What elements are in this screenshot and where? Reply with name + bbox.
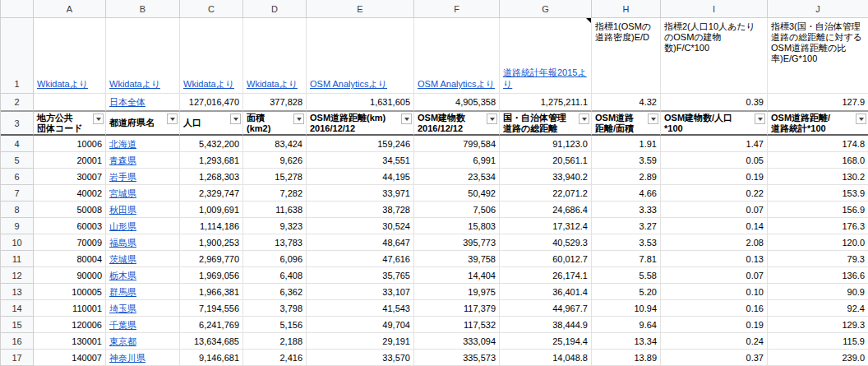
- cell-bldg-ratio[interactable]: 0.07: [661, 267, 768, 284]
- prefecture-link[interactable]: 埼玉県: [109, 303, 136, 314]
- source-link-osm-analytics-f[interactable]: OSM Analyticsより: [418, 78, 495, 90]
- cell-density[interactable]: 3.53: [592, 234, 661, 251]
- cell-gov-road[interactable]: 91,123.0: [500, 136, 592, 152]
- row-number[interactable]: 4: [1, 136, 34, 152]
- cell-code[interactable]: 10006: [34, 136, 106, 152]
- cell-osm-road[interactable]: 33,570: [307, 350, 414, 366]
- cell-gov-road[interactable]: 44,967.7: [500, 300, 592, 317]
- cell-road-ratio[interactable]: 92.4: [768, 300, 868, 317]
- source-link-osm-analytics-e[interactable]: OSM Analyticsより: [310, 78, 387, 90]
- prefecture-link[interactable]: 東京都: [109, 336, 136, 347]
- cell-gov-road[interactable]: 25,194.4: [500, 333, 592, 350]
- cell-code[interactable]: 30007: [34, 169, 106, 185]
- cell-gov-road[interactable]: 20,561.1: [500, 152, 592, 169]
- cell-code[interactable]: 20001: [34, 152, 106, 169]
- cell-osm-buildings[interactable]: 395,773: [414, 234, 500, 251]
- cell-gov-road[interactable]: 38,444.9: [500, 317, 592, 333]
- cell-osm-buildings[interactable]: 19,975: [414, 284, 500, 300]
- prefecture-link[interactable]: 青森県: [109, 155, 136, 166]
- header-cell-population[interactable]: 人口: [180, 112, 243, 136]
- cell-area[interactable]: 11,638: [243, 202, 307, 218]
- cell-density[interactable]: 3.33: [592, 202, 661, 218]
- cell-density[interactable]: 13.89: [592, 350, 661, 366]
- cell-osm-buildings[interactable]: 15,803: [414, 218, 500, 234]
- filter-button[interactable]: [93, 114, 104, 124]
- filter-button[interactable]: [579, 114, 589, 124]
- row-number[interactable]: 8: [1, 202, 34, 218]
- header-cell-density[interactable]: OSM道路 距離/面積: [592, 112, 661, 136]
- column-header-d[interactable]: D: [243, 0, 307, 18]
- japan-total-link[interactable]: 日本全体: [109, 96, 145, 108]
- cell-code[interactable]: 60003: [34, 218, 106, 234]
- cell-area[interactable]: 2,416: [243, 350, 307, 366]
- prefecture-link[interactable]: 北海道: [109, 138, 136, 150]
- filter-button[interactable]: [401, 114, 412, 124]
- filter-button[interactable]: [487, 114, 497, 124]
- cell-gov-road[interactable]: 33,940.2: [500, 169, 592, 185]
- cell-area[interactable]: 9,626: [243, 152, 307, 169]
- cell-population[interactable]: 2,329,747: [180, 185, 243, 202]
- cell-f2-osm-buildings[interactable]: 4,905,358: [414, 94, 500, 112]
- cell-density[interactable]: 3.59: [592, 152, 661, 169]
- cell-population[interactable]: 1,009,691: [180, 202, 243, 218]
- column-header-b[interactable]: B: [106, 0, 180, 18]
- cell-bldg-ratio[interactable]: 0.22: [661, 185, 768, 202]
- row-number[interactable]: 11: [1, 251, 34, 267]
- cell-code[interactable]: 140007: [34, 350, 106, 366]
- cell-population[interactable]: 9,146,681: [180, 350, 243, 366]
- cell-gov-road[interactable]: 40,529.3: [500, 234, 592, 251]
- filter-button[interactable]: [230, 114, 241, 124]
- cell-bldg-ratio[interactable]: 0.13: [661, 251, 768, 267]
- header-cell-osm-road[interactable]: OSM道路距離(km) 2016/12/12: [307, 112, 414, 136]
- cell-osm-road[interactable]: 30,524: [307, 218, 414, 234]
- cell-gov-road[interactable]: 17,312.4: [500, 218, 592, 234]
- cell-density[interactable]: 5.58: [592, 267, 661, 284]
- row-number[interactable]: 5: [1, 152, 34, 169]
- cell-density[interactable]: 7.81: [592, 251, 661, 267]
- filter-button[interactable]: [167, 114, 178, 124]
- source-link-wikidata-a[interactable]: Wkidataより: [37, 78, 88, 90]
- header-cell-road-ratio[interactable]: OSM道路距離/ 道路統計*100: [768, 112, 868, 136]
- prefecture-link[interactable]: 山形県: [109, 220, 136, 232]
- cell-density[interactable]: 9.64: [592, 317, 661, 333]
- cell-code[interactable]: 40002: [34, 185, 106, 202]
- cell-population[interactable]: 1,969,056: [180, 267, 243, 284]
- cell-g2-gov-road[interactable]: 1,275,211.1: [500, 94, 592, 112]
- cell-density[interactable]: 4.66: [592, 185, 661, 202]
- cell-osm-road[interactable]: 47,616: [307, 251, 414, 267]
- cell-density[interactable]: 13.34: [592, 333, 661, 350]
- cell-osm-road[interactable]: 44,195: [307, 169, 414, 185]
- cell-osm-road[interactable]: 29,191: [307, 333, 414, 350]
- cell-road-ratio[interactable]: 239.0: [768, 350, 868, 366]
- cell-density[interactable]: 10.94: [592, 300, 661, 317]
- cell-population[interactable]: 1,114,186: [180, 218, 243, 234]
- cell-bldg-ratio[interactable]: 0.24: [661, 333, 768, 350]
- row-number[interactable]: 9: [1, 218, 34, 234]
- cell-d2-area[interactable]: 377,828: [243, 94, 307, 112]
- cell-i2-bldg-ratio[interactable]: 0.39: [661, 94, 768, 112]
- cell-area[interactable]: 6,096: [243, 251, 307, 267]
- header-cell-code[interactable]: 地方公共 団体コード: [34, 112, 106, 136]
- column-header-e[interactable]: E: [307, 0, 414, 18]
- cell-osm-road[interactable]: 34,551: [307, 152, 414, 169]
- column-header-c[interactable]: C: [180, 0, 243, 18]
- cell-area[interactable]: 9,323: [243, 218, 307, 234]
- cell-h1-indicator1[interactable]: 指標1(OSMの道路密度)E/D: [592, 18, 661, 94]
- column-header-a[interactable]: A: [34, 0, 106, 18]
- header-cell-prefecture[interactable]: 都道府県名: [106, 112, 180, 136]
- column-header-g[interactable]: G: [500, 0, 592, 18]
- row-number[interactable]: 7: [1, 185, 34, 202]
- cell-area[interactable]: 5,156: [243, 317, 307, 333]
- source-link-wikidata-d[interactable]: Wkidataより: [247, 78, 298, 90]
- row-number[interactable]: 2: [1, 94, 34, 112]
- column-header-j[interactable]: J: [768, 0, 868, 18]
- cell-osm-road[interactable]: 159,246: [307, 136, 414, 152]
- cell-road-ratio[interactable]: 174.8: [768, 136, 868, 152]
- column-header-h[interactable]: H: [592, 0, 661, 18]
- source-link-road-statistics[interactable]: 道路統計年報2015より: [503, 67, 588, 90]
- cell-code[interactable]: 70009: [34, 234, 106, 251]
- row-number[interactable]: 13: [1, 284, 34, 300]
- cell-gov-road[interactable]: 26,174.1: [500, 267, 592, 284]
- prefecture-link[interactable]: 神奈川県: [109, 352, 145, 364]
- cell-bldg-ratio[interactable]: 0.19: [661, 317, 768, 333]
